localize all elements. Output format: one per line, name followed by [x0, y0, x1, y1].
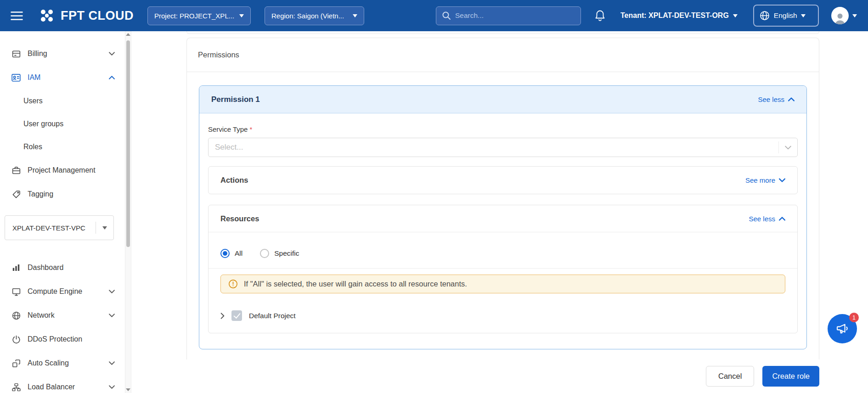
sidebar-item-label: Dashboard	[28, 264, 63, 272]
sidebar-item-label: User groups	[23, 120, 63, 128]
sidebar: Billing IAM Users User groups Roles	[0, 31, 125, 393]
sidebar-item-billing[interactable]: Billing	[0, 42, 125, 66]
avatar	[831, 7, 849, 24]
default-project-label: Default Project	[249, 312, 296, 320]
radio-option-specific[interactable]: Specific	[260, 249, 299, 258]
create-role-button[interactable]: Create role	[762, 366, 819, 387]
vpc-selector-value: XPLAT-DEV-TEST-VPC	[12, 224, 85, 232]
sidebar-item-iam[interactable]: IAM	[0, 66, 125, 90]
sidebar-item-label: Billing	[28, 50, 47, 58]
auto-scaling-icon	[11, 359, 21, 368]
chevron-down-icon	[779, 178, 785, 182]
tag-icon	[11, 190, 21, 199]
sidebar-item-user-groups[interactable]: User groups	[0, 112, 125, 135]
warning-text: If "All" is selected, the user will gain…	[244, 280, 467, 288]
permission-1-title: Permission 1	[211, 95, 260, 104]
menu-icon[interactable]	[6, 6, 27, 26]
resources-section-header: Resources See less	[209, 205, 797, 232]
all-selected-warning: If "All" is selected, the user will gain…	[220, 275, 785, 293]
sidebar-item-label: Roles	[23, 143, 42, 151]
sidebar-item-load-balancer[interactable]: Load Balancer	[0, 375, 125, 393]
sidebar-item-users[interactable]: Users	[0, 90, 125, 112]
sidebar-item-project-management[interactable]: Project Management	[0, 158, 125, 182]
scrollbar-thumb[interactable]	[126, 40, 130, 247]
sidebar-item-tagging[interactable]: Tagging	[0, 182, 125, 206]
chevron-down-icon	[353, 14, 357, 17]
sidebar-item-label: Load Balancer	[28, 383, 75, 391]
permissions-card: Permissions Permission 1 See less	[186, 38, 819, 368]
announcements-fab[interactable]: 1	[828, 314, 857, 343]
globe-icon	[11, 311, 21, 320]
permission-1-header: Permission 1 See less	[199, 86, 806, 113]
scroll-down-arrow-icon[interactable]	[126, 388, 130, 391]
permission-see-less-link[interactable]: See less	[758, 95, 795, 103]
chevron-down-icon	[96, 222, 113, 234]
language-selector[interactable]: English	[753, 5, 819, 27]
chevron-up-icon	[109, 76, 115, 79]
scroll-up-arrow-icon[interactable]	[126, 33, 130, 36]
radio-specific-icon[interactable]	[260, 249, 269, 258]
megaphone-icon	[835, 322, 849, 336]
sidebar-item-label: DDoS Protection	[28, 335, 82, 343]
radio-all-selected-icon[interactable]	[220, 249, 230, 258]
billing-icon	[11, 49, 21, 59]
sidebar-item-ddos-protection[interactable]: DDoS Protection	[0, 327, 125, 351]
vpc-selector[interactable]: XPLAT-DEV-TEST-VPC	[5, 215, 114, 240]
project-dropdown[interactable]: Project: PROJECT_XPL...	[147, 6, 251, 25]
chevron-up-icon	[779, 217, 785, 221]
sidebar-item-label: Network	[28, 311, 55, 320]
service-type-select[interactable]: Select...	[208, 138, 798, 157]
sidebar-item-auto-scaling[interactable]: Auto Scaling	[0, 351, 125, 375]
actions-section-header: Actions See more	[209, 167, 797, 194]
search-box	[436, 6, 581, 25]
fpt-cloud-logo-icon	[38, 7, 56, 24]
logo-text: FPT CLOUD	[61, 9, 134, 23]
notifications-bell-icon[interactable]	[594, 9, 606, 22]
sidebar-item-roles[interactable]: Roles	[0, 135, 125, 158]
default-project-row: Default Project	[209, 293, 797, 333]
radio-all-label: All	[235, 249, 242, 258]
permission-1-panel: Permission 1 See less Service Type	[199, 85, 807, 349]
sidebar-item-label: IAM	[28, 73, 40, 82]
monitor-icon	[11, 287, 21, 297]
language-label: English	[774, 11, 797, 20]
sidebar-item-network[interactable]: Network	[0, 303, 125, 327]
sidebar-item-label: Compute Engine	[28, 287, 82, 296]
radio-specific-label: Specific	[274, 249, 299, 258]
actions-see-more-link[interactable]: See more	[745, 176, 785, 184]
resources-scope-radio-group: All Specific	[209, 232, 797, 269]
chevron-down-icon	[109, 290, 115, 293]
chevron-down-icon	[733, 14, 738, 17]
sidebar-item-label: Auto Scaling	[28, 359, 69, 367]
radio-option-all[interactable]: All	[220, 249, 242, 258]
required-mark: *	[249, 125, 252, 133]
service-type-label: Service Type *	[208, 125, 798, 133]
search-input[interactable]	[455, 11, 575, 20]
topbar: FPT CLOUD Project: PROJECT_XPL... Region…	[0, 0, 868, 31]
resources-see-less-link[interactable]: See less	[749, 215, 785, 223]
sidebar-item-compute-engine[interactable]: Compute Engine	[0, 280, 125, 303]
briefcase-icon	[11, 166, 21, 175]
fpt-cloud-logo[interactable]: FPT CLOUD	[38, 7, 134, 24]
chevron-down-icon	[778, 141, 797, 153]
sidebar-spacer	[0, 240, 125, 256]
sidebar-scrollbar[interactable]	[125, 31, 131, 393]
scroll-content: Permissions Permission 1 See less	[131, 31, 868, 368]
region-dropdown-label: Region: Saigon (Vietn...	[271, 12, 344, 20]
previous-card-edge	[186, 31, 819, 34]
chevron-down-icon	[109, 52, 115, 56]
resources-section: Resources See less	[208, 205, 798, 333]
sidebar-item-label: Project Management	[28, 166, 96, 174]
permission-1-body: Service Type * Select...	[199, 125, 806, 349]
cancel-button[interactable]: Cancel	[706, 366, 754, 387]
actions-title: Actions	[220, 176, 248, 185]
user-menu[interactable]	[831, 7, 857, 24]
chevron-down-icon	[109, 314, 115, 317]
tenant-dropdown[interactable]: Tenant: XPLAT-DEV-TEST-ORG	[620, 11, 738, 20]
chevron-right-icon[interactable]	[220, 313, 225, 319]
tenant-label: Tenant: XPLAT-DEV-TEST-ORG	[620, 11, 729, 20]
permissions-card-body: Permission 1 See less Service Type	[187, 72, 819, 368]
region-dropdown[interactable]: Region: Saigon (Vietn...	[265, 6, 364, 25]
notification-count-badge: 1	[849, 313, 859, 322]
sidebar-item-dashboard[interactable]: Dashboard	[0, 256, 125, 280]
